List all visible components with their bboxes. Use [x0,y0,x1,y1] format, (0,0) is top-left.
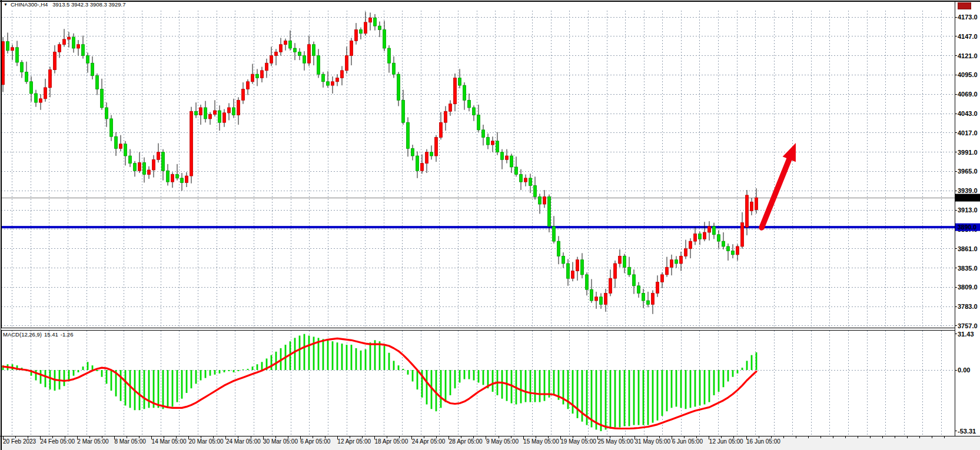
date-tick-label: 9 May 05:00 [486,438,519,445]
candle-bearish [459,78,461,85]
macd-bar [680,370,682,408]
macd-bar [614,370,616,428]
macd-bar [205,370,207,378]
candle-bearish [204,108,207,119]
symbol-dropdown-icon[interactable]: ▼ [4,2,8,6]
candle-bullish [171,175,174,182]
candle-bearish [713,226,716,235]
macd-bar [393,361,395,370]
macd-bar [308,336,310,371]
macd-bar [365,349,367,370]
macd-bar [647,370,649,425]
support-line[interactable] [1,226,955,228]
candle-bearish [416,156,419,171]
candle-bullish [680,256,683,264]
macd-bar [629,370,630,426]
date-tick-label: 24 Apr 05:00 [412,438,446,445]
macd-bar [210,370,211,376]
candle-bearish [520,175,523,182]
macd-bar [619,370,621,428]
date-tick-label: 6 Apr 05:00 [300,438,331,445]
candle-bullish [595,297,598,301]
top-right-red-marker [958,2,971,9]
candle-bearish [322,74,325,82]
macd-bar [657,370,659,421]
macd-indicator-label: MACD(12,26,9)15.41-1.26 [3,331,75,338]
price-tick-label: 3913.0 [958,206,978,214]
candle-bullish [63,39,66,45]
candle-bearish [553,226,556,241]
macd-bar [224,370,225,372]
candle-bearish [289,41,292,48]
candle-bullish [280,45,283,52]
candle-bullish [572,271,574,279]
candle-bullish [2,42,5,85]
candle-bullish [265,63,268,71]
candle-bullish [670,260,673,268]
macd-bar [534,370,536,402]
macd-bar [403,369,404,370]
macd-bar [600,370,602,431]
chart-background [0,0,980,450]
candle-bullish [619,256,622,264]
date-tick-label: 28 Apr 05:00 [449,438,483,445]
symbol-period-label: CHINA300-,H4 [11,1,48,8]
candle-bearish [87,56,89,64]
candle-bearish [473,108,476,115]
candle-bullish [614,264,617,278]
candle-bullish [449,104,452,112]
candle-bullish [54,52,57,69]
macd-bar [718,370,720,392]
candle-bearish [134,164,137,171]
macd-bar [553,370,555,395]
candle-bearish [407,122,410,148]
date-tick-label: 24 Feb 05:00 [40,438,75,445]
macd-bar [233,370,235,372]
macd-bar [370,342,371,370]
candle-bullish [741,223,744,246]
macd-bar [247,369,249,370]
candle-bullish [49,70,52,88]
candle-bearish [586,275,589,289]
macd-bar [459,370,461,382]
candle-bullish [119,144,122,149]
candle-bullish [661,275,664,282]
candle-bearish [642,293,645,301]
macd-bar [676,370,677,406]
macd-bar [610,370,612,428]
macd-bar [49,370,51,389]
price-tick-label: 3861.0 [958,245,978,252]
candle-bullish [11,48,14,51]
candle-bearish [25,72,28,81]
macd-bar [181,370,183,399]
candle-bearish [393,63,396,74]
candle-bearish [727,246,730,251]
macd-bar [158,370,160,408]
date-tick-label: 20 Feb 2023 [3,438,36,445]
chart-area[interactable]: 4173.04147.04121.04095.04069.04043.04017… [0,0,980,450]
candle-bearish [256,74,259,78]
macd-bar [200,370,202,381]
date-tick-label: 31 May 05:00 [635,438,671,445]
candle-bearish [101,89,104,108]
candle-bearish [699,234,702,239]
candle-bullish [454,78,457,104]
candle-bearish [232,108,235,115]
candle-bullish [736,246,739,255]
candle-bullish [261,71,264,78]
support-price-tag-label: 3890.0 [958,224,976,231]
macd-bar [605,370,607,429]
macd-bar [257,364,258,370]
candle-bullish [331,82,334,85]
candle-bearish [487,137,490,145]
macd-bar [596,370,597,429]
candle-bearish [510,156,513,167]
macd-bar [45,370,46,387]
candle-bullish [308,45,311,64]
macd-bar [713,370,715,395]
candle-bearish [218,111,221,122]
candle-bearish [722,241,725,246]
macd-bar [337,342,338,370]
macd-bar [167,370,169,408]
macd-bar [186,370,188,393]
